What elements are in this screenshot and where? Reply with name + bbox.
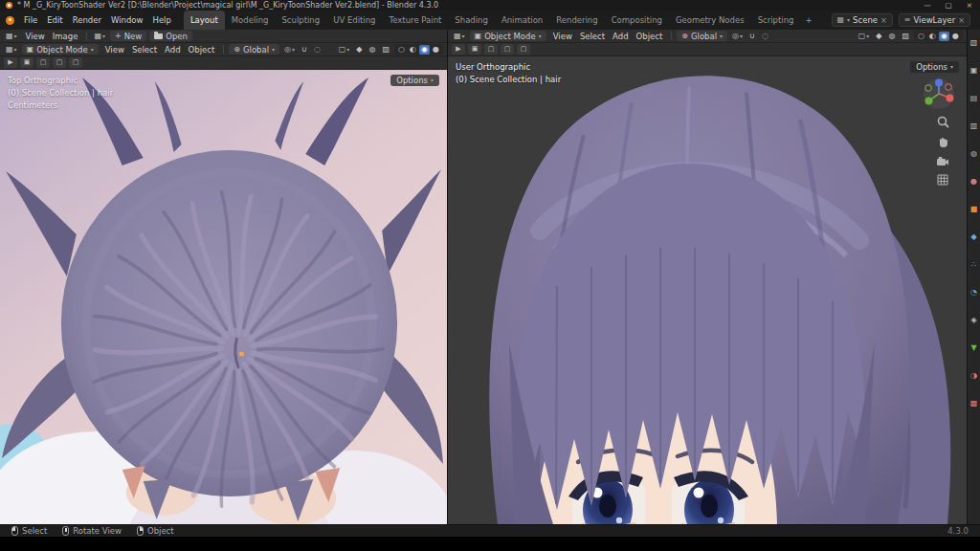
active-tool-select-box-icon[interactable]: ▶ [4,57,17,68]
minimize-button[interactable]: — [923,1,932,10]
shading-solid-button[interactable]: ◐ [927,32,938,41]
select-mode-set-icon[interactable]: ▣ [468,44,481,55]
selectability-filter-button[interactable]: ▢ ▾ [337,45,352,55]
viewport-menu-item[interactable]: Object [185,45,219,55]
xray-toggle[interactable]: ▨ [901,32,912,41]
particles-tab-icon[interactable]: ∴ [969,259,980,271]
shading-solid-button[interactable]: ◐ [408,45,418,55]
maximize-button[interactable]: ▢ [944,1,953,10]
workspace-tab[interactable]: Modeling [225,11,276,30]
image-editor-menu-item[interactable]: View [22,32,49,41]
editor-type-button[interactable]: ▦ ▾ [4,32,19,41]
modifiers-tab-icon[interactable]: ◆ [969,231,980,243]
image-browse-button[interactable]: ▦ ▾ [92,32,107,41]
mode-selector[interactable]: ▣ Object Mode ▾ [22,44,99,55]
shading-material-button[interactable]: ◉ [419,45,430,55]
scene-tab-icon[interactable]: ◍ [969,148,980,160]
transform-orientation-selector[interactable]: ⊕ Global ▾ [229,44,279,55]
viewlayer-selector[interactable]: ≡ ViewLayer × [899,13,970,27]
shading-rendered-button[interactable]: ● [950,32,961,41]
image-editor-menu-item[interactable]: Image [49,32,82,41]
left-viewport[interactable]: Top Orthographic (0) Scene Collection | … [0,70,447,524]
workspace-tab[interactable]: Animation [495,11,549,30]
overlays-toggle[interactable]: ◍ [368,45,378,55]
object-tab-icon[interactable]: ■ [969,204,980,215]
texture-tab-icon[interactable]: ▩ [969,398,980,409]
proportional-editing-toggle[interactable]: ◌ [760,32,770,41]
physics-tab-icon[interactable]: ◔ [969,287,980,298]
add-workspace-button[interactable]: + [800,15,816,25]
workspace-tab[interactable]: Geometry Nodes [669,11,751,30]
select-mode-intersect-icon[interactable]: ▢ [69,57,82,68]
menu-item[interactable]: Window [106,15,148,25]
gizmos-toggle[interactable]: ◆ [354,45,364,55]
viewport-menu-item[interactable]: Select [128,45,161,55]
pivot-point-button[interactable]: ◎ ▾ [282,45,297,55]
scene-selector[interactable]: ▦ ▾ Scene × [832,13,893,27]
material-tab-icon[interactable]: ◑ [969,370,980,382]
tool-tab-icon[interactable]: ▧ [969,37,980,49]
viewport-menu-item[interactable]: View [549,32,576,41]
editor-type-button[interactable]: ▦ ▾ [4,45,19,55]
active-tool-select-box-icon[interactable]: ▶ [452,44,465,55]
menu-item[interactable]: File [19,15,42,25]
options-dropdown[interactable]: Options ▾ [390,75,439,86]
xray-toggle[interactable]: ▨ [381,45,392,55]
overlays-toggle[interactable]: ◍ [887,32,898,41]
workspace-tab[interactable]: Layout [184,11,225,30]
select-mode-subtract-icon[interactable]: ▢ [501,44,514,55]
viewport-menu-item[interactable]: View [101,45,128,55]
viewport-menu-item[interactable]: Add [609,32,632,41]
viewlayer-tab-icon[interactable]: ▥ [969,121,980,132]
workspace-tab[interactable]: Compositing [605,11,669,30]
gizmos-toggle[interactable]: ◆ [874,32,883,41]
viewport-menu-item[interactable]: Add [161,45,184,55]
workspace-tab[interactable]: Sculpting [275,11,326,30]
pivot-point-button[interactable]: ◎ ▾ [730,32,745,41]
editor-type-button[interactable]: ▦ ▾ [452,32,467,41]
snap-toggle[interactable]: ∪ [300,45,309,55]
workspace-tab[interactable]: Rendering [549,11,604,30]
workspace-tab[interactable]: Shading [448,11,495,30]
select-mode-subtract-icon[interactable]: ▢ [53,57,66,68]
shading-rendered-button[interactable]: ● [431,45,441,55]
open-image-button[interactable]: Open [149,31,192,41]
new-image-button[interactable]: + New [110,31,146,41]
shading-wireframe-button[interactable]: ○ [916,32,926,41]
orbit-gizmo[interactable] [923,77,955,114]
select-mode-extend-icon[interactable]: ▢ [484,44,498,55]
menu-item[interactable]: Help [147,15,175,25]
object-data-tab-icon[interactable]: ▼ [969,342,980,354]
workspace-tab[interactable]: Texture Paint [383,11,449,30]
menu-item[interactable]: Render [68,15,106,25]
transform-orientation-selector[interactable]: ⊕ Global ▾ [677,31,727,41]
snap-toggle[interactable]: ∪ [747,32,757,41]
viewlayer-unlink-icon[interactable]: × [958,16,965,25]
blender-menu-icon[interactable] [6,16,14,25]
ortho-grid-icon[interactable] [937,174,948,186]
viewport-menu-item[interactable]: Select [576,32,609,41]
close-button[interactable]: × [965,1,974,10]
move-hand-icon[interactable] [937,136,949,148]
render-tab-icon[interactable]: ▣ [969,65,980,77]
options-dropdown[interactable]: Options ▾ [910,61,959,73]
viewport-menu-item[interactable]: Object [633,32,667,41]
output-tab-icon[interactable]: ▤ [969,93,980,104]
select-mode-extend-icon[interactable]: ▢ [36,57,50,68]
zoom-icon[interactable] [937,116,949,128]
select-mode-intersect-icon[interactable]: ▢ [517,44,530,55]
camera-view-icon[interactable] [936,156,949,166]
selectability-filter-button[interactable]: ▢ ▾ [857,32,872,41]
menu-item[interactable]: Edit [42,15,67,25]
workspace-tab[interactable]: Scripting [751,11,801,30]
shading-wireframe-button[interactable]: ○ [396,45,407,55]
proportional-editing-toggle[interactable]: ◌ [312,45,323,55]
right-viewport[interactable]: User Orthographic (0) Scene Collection |… [448,56,967,524]
mode-selector[interactable]: ▣ Object Mode ▾ [470,31,546,41]
constraints-tab-icon[interactable]: ◈ [969,315,980,326]
workspace-tab[interactable]: UV Editing [326,11,382,30]
scene-unlink-icon[interactable]: × [880,16,887,25]
world-tab-icon[interactable]: ● [969,176,980,187]
select-mode-set-icon[interactable]: ▣ [20,57,33,68]
shading-material-button[interactable]: ◉ [939,32,949,41]
